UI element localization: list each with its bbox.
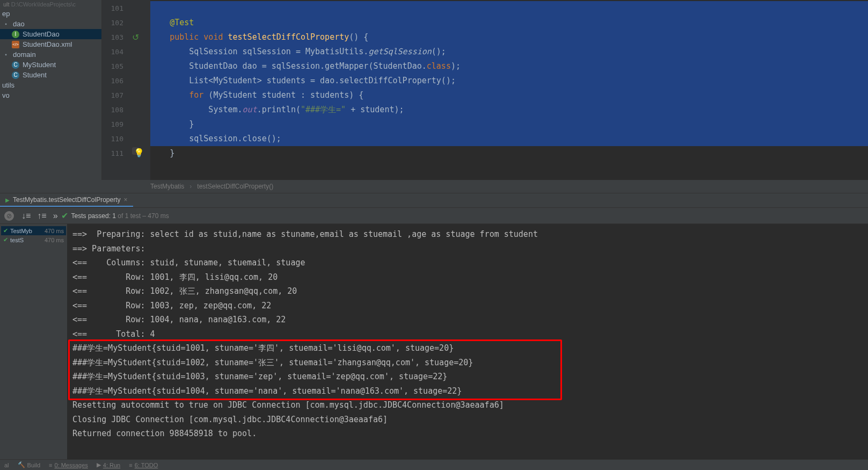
- rerun-group: ⊘: [0, 211, 18, 221]
- project-panel: ult D:\CWork\IdeaProjects\c ep ▪dao IStu…: [0, 0, 102, 180]
- code-line: List<MyStudent> students = dao.selectDif…: [150, 74, 868, 88]
- code-line: }: [150, 117, 868, 132]
- run-tab-bar: ▶ TestMybatis.testSelectDiffColProperty …: [0, 193, 868, 208]
- status-terminal[interactable]: al: [4, 462, 9, 468]
- code-line: }: [150, 146, 868, 161]
- status-todo[interactable]: ≡ 6: TODO: [129, 462, 158, 468]
- test-status: Tests passed: 1 of 1 test – 470 ms: [71, 212, 169, 220]
- project-tree: ep ▪dao IStudentDao </>StudentDao.xml ▪d…: [0, 9, 101, 100]
- check-icon: ✔: [3, 236, 8, 243]
- console-line: Resetting autocommit to true on JDBC Con…: [72, 398, 863, 413]
- console-line: ###学生=MyStudent{stuid=1004, stuname='nan…: [72, 384, 863, 399]
- console-line: Closing JDBC Connection [com.mysql.jdbc.…: [72, 413, 863, 427]
- run-tab-label: TestMybatis.testSelectDiffColProperty: [13, 196, 121, 204]
- test-tree-label: TestMyb: [10, 228, 32, 234]
- test-toolbar: ⊘ ↓≡ ↑≡ » ✔ Tests passed: 1 of 1 test – …: [0, 208, 868, 224]
- code-line: for (MyStudent student : students) {: [150, 88, 868, 103]
- console-line: <== Total: 4: [72, 327, 863, 342]
- run-tab[interactable]: ▶ TestMybatis.testSelectDiffColProperty …: [0, 194, 133, 207]
- interface-icon: I: [12, 31, 19, 38]
- test-time: 470 ms: [45, 228, 64, 234]
- console-line: ###学生=MyStudent{stuid=1002, stuname='张三'…: [72, 356, 863, 370]
- code-line: public void testSelectDiffColProperty() …: [150, 30, 868, 45]
- close-icon[interactable]: ×: [124, 196, 128, 204]
- check-icon: ✔: [3, 227, 8, 234]
- breadcrumb: TestMybatis › testSelectDiffColProperty(…: [0, 180, 868, 193]
- status-run[interactable]: ▶ 4: Run: [97, 461, 120, 468]
- gutter: 101102103104105106107108109110111 ↺ 💡: [102, 0, 150, 180]
- code-line: SqlSession sqlSession = MybatisUtils.get…: [150, 45, 868, 59]
- console-line: <== Columns: stuid, stuname, stuemail, s…: [72, 256, 863, 270]
- code-line: StudentDao dao = sqlSession.getMapper(St…: [150, 59, 868, 74]
- stop-disabled-icon[interactable]: ⊘: [4, 211, 14, 221]
- intention-bulb-icon[interactable]: 💡: [132, 147, 140, 155]
- code-line: [150, 1, 868, 16]
- code-line: System.out.println("###学生=" + student);: [150, 103, 868, 117]
- code-line: sqlSession.close();: [150, 132, 868, 146]
- tree-item-domain[interactable]: ▪domain: [0, 49, 101, 60]
- console-line: <== Row: 1002, 张三, zhangsan@qq,com, 20: [72, 284, 863, 299]
- status-messages[interactable]: ≡ 0: Messages: [49, 462, 88, 468]
- console-line: Returned connection 988458918 to pool.: [72, 426, 863, 441]
- tree-item-dao[interactable]: ▪dao: [0, 19, 101, 29]
- test-time: 470 ms: [45, 237, 64, 243]
- chevron-right-icon: ›: [189, 183, 192, 190]
- tree-item-studentdao[interactable]: IStudentDao: [0, 29, 101, 39]
- folder-icon: ▪: [2, 51, 10, 59]
- console-line: ==> Preparing: select id as stuid,name a…: [72, 227, 863, 242]
- main-split: ult D:\CWork\IdeaProjects\c ep ▪dao IStu…: [0, 0, 868, 180]
- test-tree-label: testS: [10, 237, 24, 243]
- console-line: ###学生=MyStudent{stuid=1003, stuname='zep…: [72, 370, 863, 384]
- class-icon: C: [12, 71, 19, 79]
- test-tree: ✔ TestMyb 470 ms ✔ testS 470 ms: [0, 224, 67, 459]
- run-content: ✔ TestMyb 470 ms ✔ testS 470 ms ==> Prep…: [0, 224, 868, 459]
- gutter-icons: ↺ 💡: [129, 1, 150, 180]
- breadcrumb-item[interactable]: testSelectDiffColProperty(): [197, 183, 273, 190]
- breadcrumb-item[interactable]: TestMybatis: [150, 183, 184, 190]
- project-path: ult D:\CWork\IdeaProjects\c: [0, 0, 101, 9]
- check-icon: ✔: [61, 211, 68, 221]
- tree-item-vo[interactable]: vo: [0, 90, 101, 100]
- code-content[interactable]: @Test public void testSelectDiffColPrope…: [150, 0, 868, 180]
- folder-icon: ▪: [2, 20, 10, 28]
- tree-item-student[interactable]: CStudent: [0, 70, 101, 80]
- sort-up-icon[interactable]: ↑≡: [37, 211, 46, 221]
- expand-icon[interactable]: »: [53, 211, 58, 221]
- tree-item-ep[interactable]: ep: [0, 9, 101, 19]
- run-test-icon[interactable]: ↺: [132, 32, 140, 40]
- test-tree-item[interactable]: ✔ testS 470 ms: [1, 235, 66, 244]
- test-tree-item[interactable]: ✔ TestMyb 470 ms: [1, 226, 66, 235]
- tree-item-studentdaoxml[interactable]: </>StudentDao.xml: [0, 39, 101, 49]
- tree-item-mystudent[interactable]: CMyStudent: [0, 60, 101, 70]
- line-numbers: 101102103104105106107108109110111: [102, 1, 129, 180]
- status-bar: al 🔨 Build ≡ 0: Messages ▶ 4: Run ≡ 6: T…: [0, 459, 868, 470]
- status-build[interactable]: 🔨 Build: [18, 461, 40, 468]
- sort-down-icon[interactable]: ↓≡: [21, 211, 31, 221]
- class-icon: C: [12, 61, 19, 69]
- run-icon: ▶: [5, 197, 10, 203]
- console-line: <== Row: 1004, nana, nana@163.com, 22: [72, 313, 863, 327]
- console-line: ==> Parameters:: [72, 242, 863, 256]
- console-output[interactable]: ==> Preparing: select id as stuid,name a…: [67, 224, 868, 459]
- xml-icon: </>: [12, 41, 19, 48]
- tree-item-utils[interactable]: utils: [0, 80, 101, 90]
- editor[interactable]: 101102103104105106107108109110111 ↺ 💡 @T…: [102, 0, 868, 180]
- console-line: <== Row: 1001, 李四, lisi@qq.com, 20: [72, 270, 863, 285]
- code-line: @Test: [150, 16, 868, 30]
- console-line: ###学生=MyStudent{stuid=1001, stuname='李四'…: [72, 341, 863, 356]
- console-line: <== Row: 1003, zep, zep@qq.com, 22: [72, 299, 863, 313]
